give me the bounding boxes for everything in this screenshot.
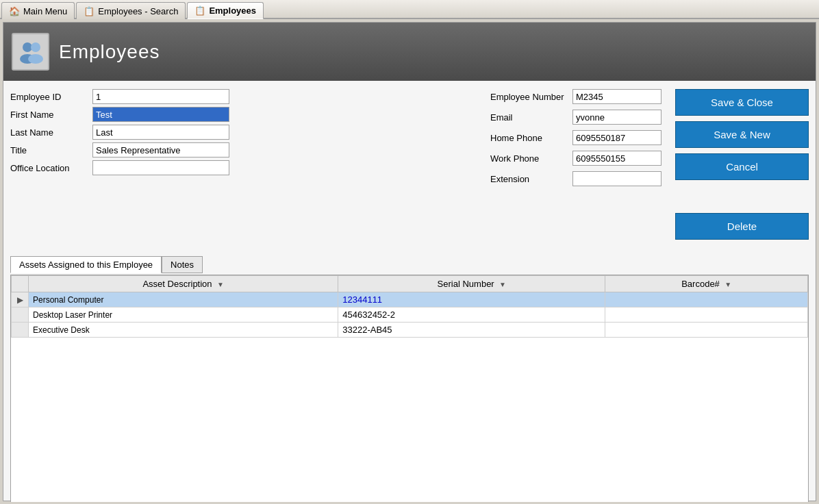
employee-number-row: Employee Number [490, 89, 662, 104]
tab-employees-search[interactable]: 📋 Employees - Search [76, 2, 186, 19]
barcode-header[interactable]: Barcode# ▼ [605, 276, 808, 292]
row-num-header [12, 276, 29, 292]
employee-id-label: Employee ID [10, 92, 92, 102]
title-input[interactable] [92, 142, 229, 158]
employee-number-input[interactable] [572, 89, 662, 104]
form-area: Employee ID First Name Last Name Title O… [3, 81, 816, 252]
work-phone-row: Work Phone [490, 151, 662, 166]
content-wrapper: Employee ID First Name Last Name Title O… [3, 81, 816, 502]
svg-point-3 [28, 54, 43, 64]
form-left-fields: Employee ID First Name Last Name Title O… [10, 89, 470, 245]
barcode-cell [605, 323, 808, 338]
work-phone-label: Work Phone [490, 153, 572, 164]
tab-employees[interactable]: 📋 Employees [187, 2, 264, 19]
first-name-row: First Name [10, 107, 470, 122]
title-row: Title [10, 142, 470, 158]
employees-icon: 📋 [194, 5, 205, 16]
first-name-label: First Name [10, 110, 92, 120]
cancel-button[interactable]: Cancel [675, 153, 809, 180]
svg-point-0 [23, 42, 32, 52]
button-column: Save & Close Save & New Cancel Delete [668, 89, 809, 245]
asset-description-sort-icon: ▼ [217, 281, 224, 288]
office-location-row: Office Location [10, 160, 470, 175]
table-header-row: Asset Description ▼ Serial Number ▼ Barc… [12, 276, 808, 292]
header-icon [12, 33, 49, 71]
save-new-button[interactable]: Save & New [675, 121, 809, 148]
row-num [12, 323, 29, 338]
table-row[interactable]: Executive Desk 33222-AB45 [12, 323, 808, 338]
last-name-label: Last Name [10, 127, 92, 138]
employees-search-icon: 📋 [84, 5, 94, 16]
home-phone-row: Home Phone [490, 130, 662, 145]
first-name-input[interactable] [92, 107, 229, 122]
tab-main-menu-label: Main Menu [23, 6, 67, 16]
title-label: Title [10, 145, 92, 155]
assets-tab[interactable]: Assets Assigned to this Employee [10, 256, 162, 273]
employee-id-row: Employee ID [10, 89, 470, 104]
barcode-sort-icon: ▼ [724, 281, 731, 288]
row-num: ▶ [12, 292, 29, 307]
office-location-input[interactable] [92, 160, 229, 175]
extension-input[interactable] [572, 171, 662, 186]
notes-tab[interactable]: Notes [162, 256, 203, 273]
main-menu-icon: 🏠 [9, 5, 20, 16]
extension-row: Extension [490, 171, 662, 186]
home-phone-input[interactable] [572, 130, 662, 145]
section-tabs: Assets Assigned to this Employee Notes [3, 252, 816, 273]
employee-number-label: Employee Number [490, 92, 572, 102]
serial-number-cell: 33222-AB45 [338, 323, 605, 338]
tab-employees-label: Employees [209, 5, 256, 16]
row-num [12, 307, 29, 323]
employee-id-input[interactable] [92, 89, 229, 104]
email-input[interactable] [572, 110, 662, 125]
barcode-cell [605, 292, 808, 307]
serial-number-cell: 12344111 [338, 292, 605, 307]
page-header: Employees [3, 23, 816, 81]
tab-bar: 🏠 Main Menu 📋 Employees - Search 📋 Emplo… [0, 0, 819, 19]
assets-area: Asset Description ▼ Serial Number ▼ Barc… [10, 275, 809, 502]
serial-number-header[interactable]: Serial Number ▼ [338, 276, 605, 292]
asset-description-cell: Personal Computer [29, 292, 338, 307]
serial-number-cell: 454632452-2 [338, 307, 605, 323]
delete-button[interactable]: Delete [675, 213, 809, 240]
barcode-cell [605, 307, 808, 323]
email-row: Email [490, 110, 662, 125]
tab-main-menu[interactable]: 🏠 Main Menu [1, 2, 75, 19]
last-name-input[interactable] [92, 125, 229, 140]
save-close-button[interactable]: Save & Close [675, 89, 809, 116]
asset-description-cell: Executive Desk [29, 323, 338, 338]
assets-table: Asset Description ▼ Serial Number ▼ Barc… [11, 275, 808, 338]
asset-description-cell: Desktop Laser Printer [29, 307, 338, 323]
page-title: Employees [59, 41, 160, 63]
home-phone-label: Home Phone [490, 133, 572, 143]
main-content: Employees Employee ID First Name Last Na… [3, 22, 816, 501]
last-name-row: Last Name [10, 125, 470, 140]
asset-description-header[interactable]: Asset Description ▼ [29, 276, 338, 292]
form-right-fields: Employee Number Email Home Phone Work Ph… [490, 89, 662, 245]
serial-number-sort-icon: ▼ [499, 281, 506, 288]
svg-point-2 [31, 42, 40, 52]
work-phone-input[interactable] [572, 151, 662, 166]
email-label: Email [490, 112, 572, 123]
tab-employees-search-label: Employees - Search [98, 6, 178, 16]
table-row[interactable]: Desktop Laser Printer 454632452-2 [12, 307, 808, 323]
extension-label: Extension [490, 174, 572, 184]
table-row[interactable]: ▶ Personal Computer 12344111 [12, 292, 808, 307]
office-location-label: Office Location [10, 163, 92, 173]
